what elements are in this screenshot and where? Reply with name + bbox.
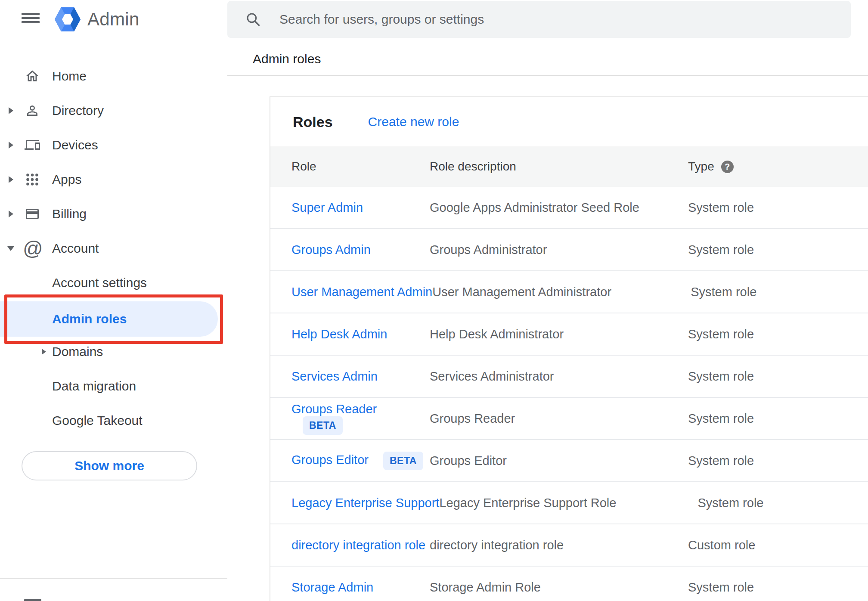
sidebar-item-label: Devices bbox=[52, 138, 98, 152]
panel-title: Roles bbox=[293, 114, 333, 130]
beta-badge: BETA bbox=[383, 452, 423, 470]
admin-logo-icon bbox=[55, 7, 81, 32]
role-description: User Management Administrator bbox=[432, 285, 691, 299]
role-description: Google Apps Administrator Seed Role bbox=[430, 201, 688, 215]
sidebar-item-devices[interactable]: Devices bbox=[0, 131, 227, 159]
column-header-role: Role bbox=[270, 160, 430, 173]
role-link[interactable]: Legacy Enterprise Support bbox=[291, 496, 439, 510]
devices-icon bbox=[25, 137, 40, 153]
table-row: Groups Admin Groups Administrator System… bbox=[270, 229, 868, 271]
sidebar-item-home[interactable]: Home bbox=[0, 62, 227, 90]
sidebar-item-google-takeout[interactable]: Google Takeout bbox=[0, 407, 227, 434]
table-row: Groups Reader BETA Groups Reader System … bbox=[270, 398, 868, 440]
role-type: System role bbox=[688, 201, 868, 215]
role-description: Groups Administrator bbox=[430, 243, 688, 257]
sidebar-item-label: Billing bbox=[52, 207, 87, 221]
roles-panel-header: Roles Create new role bbox=[270, 97, 868, 146]
role-type: System role bbox=[688, 369, 868, 384]
chevron-right-icon[interactable] bbox=[9, 107, 13, 114]
table-header-row: Role Role description Type ? bbox=[270, 146, 868, 187]
role-type: System role bbox=[691, 285, 868, 299]
create-new-role-link[interactable]: Create new role bbox=[368, 115, 459, 129]
table-row: User Management Admin User Management Ad… bbox=[270, 271, 868, 313]
menu-icon[interactable] bbox=[22, 13, 40, 23]
role-link[interactable]: Storage Admin bbox=[291, 580, 373, 594]
beta-badge: BETA bbox=[303, 416, 343, 435]
role-type: Custom role bbox=[688, 538, 868, 552]
sidebar-item-directory[interactable]: Directory bbox=[0, 97, 227, 124]
role-link[interactable]: Groups Reader bbox=[291, 402, 377, 416]
credit-card-icon bbox=[25, 206, 40, 222]
search-input[interactable] bbox=[279, 12, 851, 27]
apps-grid-icon bbox=[25, 172, 40, 187]
table-row: Storage Admin Storage Admin Role System … bbox=[270, 567, 868, 601]
search-icon bbox=[245, 11, 261, 28]
chevron-right-icon[interactable] bbox=[42, 349, 46, 355]
app-name: Admin bbox=[87, 9, 140, 30]
sidebar-item-label: Directory bbox=[52, 103, 104, 118]
chevron-down-icon[interactable] bbox=[7, 246, 14, 251]
roles-panel: Roles Create new role Role Role descript… bbox=[270, 96, 868, 601]
role-link[interactable]: Super Admin bbox=[291, 201, 363, 214]
role-link[interactable]: Groups Editor bbox=[291, 453, 369, 467]
role-type: System role bbox=[688, 243, 868, 257]
role-description: Groups Editor bbox=[430, 454, 688, 468]
role-link[interactable]: directory integration role bbox=[291, 538, 425, 552]
role-description: Legacy Enterprise Support Role bbox=[439, 496, 698, 510]
role-description: Storage Admin Role bbox=[430, 580, 688, 595]
table-row: Legacy Enterprise Support Legacy Enterpr… bbox=[270, 482, 868, 524]
sidebar-item-label: Home bbox=[52, 69, 87, 84]
table-row: directory integration role directory int… bbox=[270, 524, 868, 567]
table-row: Services Admin Services Administrator Sy… bbox=[270, 356, 868, 398]
role-description: directory integration role bbox=[430, 538, 688, 552]
role-type: System role bbox=[688, 412, 868, 426]
table-row: Help Desk Admin Help Desk Administrator … bbox=[270, 313, 868, 356]
role-description: Help Desk Administrator bbox=[430, 327, 688, 341]
sidebar-item-data-migration[interactable]: Data migration bbox=[0, 372, 227, 400]
role-link[interactable]: Groups Admin bbox=[291, 243, 371, 257]
sidebar-item-admin-roles-active[interactable]: Admin roles bbox=[0, 301, 218, 337]
sidebar-item-domains[interactable]: Domains bbox=[0, 338, 227, 366]
column-header-description: Role description bbox=[430, 160, 688, 173]
home-icon bbox=[25, 68, 40, 84]
person-icon bbox=[25, 103, 40, 118]
role-link[interactable]: Help Desk Admin bbox=[291, 327, 387, 341]
role-link[interactable]: Services Admin bbox=[291, 369, 378, 383]
role-description: Services Administrator bbox=[430, 369, 688, 384]
sidebar-item-label: Domains bbox=[52, 344, 103, 359]
table-row: Super Admin Google Apps Administrator Se… bbox=[270, 187, 868, 229]
sidebar-item-label: Data migration bbox=[52, 379, 136, 393]
partial-bottom-icon bbox=[24, 599, 41, 601]
search-bar[interactable] bbox=[227, 1, 851, 38]
sidebar-item-label: Account settings bbox=[52, 276, 147, 290]
role-type: System role bbox=[688, 580, 868, 595]
admin-console: Admin Home Directory Devices bbox=[0, 0, 868, 601]
role-type: System role bbox=[688, 454, 868, 468]
role-description: Groups Reader bbox=[430, 412, 688, 426]
table-row: Groups Editor BETA Groups Editor System … bbox=[270, 440, 868, 482]
column-header-type: Type bbox=[688, 160, 714, 173]
role-type: System role bbox=[698, 496, 868, 510]
help-icon[interactable]: ? bbox=[721, 161, 734, 173]
sidebar-item-billing[interactable]: Billing bbox=[0, 200, 227, 228]
breadcrumb: Admin roles bbox=[253, 52, 321, 66]
at-sign-icon: @ bbox=[23, 239, 43, 258]
brand: Admin bbox=[55, 7, 140, 32]
sidebar-item-label: Google Takeout bbox=[52, 413, 143, 428]
role-type: System role bbox=[688, 327, 868, 341]
header-divider bbox=[227, 75, 868, 76]
show-more-button[interactable]: Show more bbox=[22, 451, 197, 480]
sidebar-item-apps[interactable]: Apps bbox=[0, 166, 227, 193]
sidebar-item-label: Admin roles bbox=[52, 312, 127, 326]
sidebar-item-label: Apps bbox=[52, 172, 81, 187]
chevron-right-icon[interactable] bbox=[9, 176, 13, 183]
sidebar-item-account[interactable]: @ Account bbox=[0, 235, 227, 262]
role-link[interactable]: User Management Admin bbox=[291, 285, 432, 299]
sidebar-item-account-settings[interactable]: Account settings bbox=[0, 269, 227, 297]
sidebar-divider bbox=[0, 578, 227, 579]
sidebar: Admin Home Directory Devices bbox=[0, 0, 227, 601]
chevron-right-icon[interactable] bbox=[9, 211, 13, 217]
chevron-right-icon[interactable] bbox=[9, 142, 13, 149]
sidebar-item-label: Account bbox=[52, 241, 99, 256]
